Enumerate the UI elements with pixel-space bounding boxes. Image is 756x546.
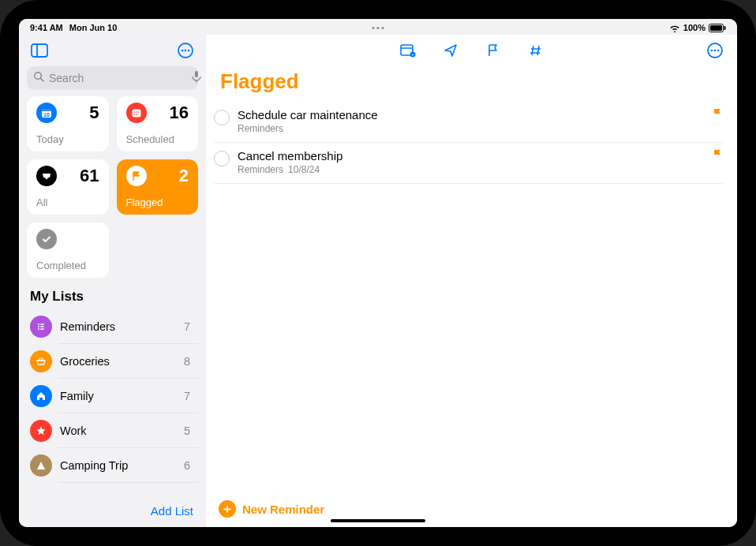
smart-list-scheduled[interactable]: 16 Scheduled bbox=[117, 96, 199, 151]
reminder-row[interactable]: Schedule car maintenance Reminders bbox=[214, 102, 723, 143]
list-count: 8 bbox=[184, 355, 193, 368]
list-row-reminders[interactable]: Reminders 7 bbox=[27, 309, 198, 344]
list-count: 7 bbox=[184, 320, 193, 333]
reminder-date: 10/8/24 bbox=[288, 164, 320, 175]
search-icon bbox=[33, 71, 44, 85]
toolbar-tag-icon[interactable] bbox=[525, 39, 547, 62]
svg-line-33 bbox=[537, 46, 539, 55]
svg-point-6 bbox=[182, 50, 184, 52]
basket-icon bbox=[30, 350, 52, 372]
sidebar-more-button[interactable] bbox=[174, 39, 196, 62]
svg-point-24 bbox=[38, 326, 39, 327]
list-label: Family bbox=[60, 390, 176, 402]
list-row-groceries[interactable]: Groceries 8 bbox=[27, 344, 198, 379]
smart-completed-label: Completed bbox=[36, 260, 86, 271]
svg-point-22 bbox=[38, 323, 39, 325]
mic-icon[interactable] bbox=[192, 70, 201, 86]
search-field[interactable] bbox=[27, 66, 198, 90]
flag-icon bbox=[126, 166, 147, 186]
list-label: Work bbox=[60, 424, 176, 437]
list-count: 7 bbox=[184, 390, 193, 402]
reminder-title: Schedule car maintenance bbox=[238, 108, 723, 122]
list-row-camping[interactable]: Camping Trip 6 bbox=[27, 448, 198, 483]
smart-today-label: Today bbox=[36, 133, 64, 145]
house-icon bbox=[30, 385, 52, 407]
svg-text:10: 10 bbox=[43, 112, 50, 118]
smart-list-all[interactable]: 61 All bbox=[27, 159, 109, 215]
complete-toggle[interactable] bbox=[214, 110, 230, 125]
list-label: Reminders bbox=[60, 320, 176, 333]
svg-point-38 bbox=[714, 50, 717, 52]
svg-line-10 bbox=[41, 79, 44, 82]
reminder-title: Cancel membership bbox=[238, 149, 723, 163]
smart-list-completed[interactable]: Completed bbox=[27, 223, 109, 278]
svg-text:+: + bbox=[411, 52, 414, 57]
svg-rect-27 bbox=[40, 328, 44, 329]
reminder-listname: Reminders bbox=[238, 123, 283, 134]
svg-rect-1 bbox=[710, 25, 722, 31]
wifi-icon bbox=[669, 24, 680, 32]
inbox-icon bbox=[36, 166, 57, 186]
home-indicator[interactable] bbox=[331, 519, 425, 522]
flag-indicator-icon bbox=[712, 108, 723, 122]
add-list-button[interactable]: Add List bbox=[151, 504, 193, 518]
svg-point-20 bbox=[133, 114, 135, 115]
svg-rect-16 bbox=[132, 110, 140, 118]
smart-flagged-label: Flagged bbox=[126, 196, 163, 208]
svg-rect-11 bbox=[195, 71, 198, 77]
smart-scheduled-count: 16 bbox=[170, 103, 189, 123]
svg-point-18 bbox=[136, 111, 137, 113]
toolbar-location-icon[interactable] bbox=[440, 39, 462, 62]
toolbar-calendar-icon[interactable]: + bbox=[397, 39, 419, 62]
reminder-listname: Reminders bbox=[238, 164, 283, 175]
svg-point-7 bbox=[185, 50, 187, 52]
list-label: Camping Trip bbox=[60, 459, 176, 472]
multitask-dots-icon[interactable] bbox=[372, 27, 384, 29]
smart-list-today[interactable]: 10 5 Today bbox=[27, 96, 109, 151]
status-date: Mon Jun 10 bbox=[69, 23, 118, 32]
smart-all-label: All bbox=[36, 196, 47, 208]
svg-line-32 bbox=[532, 46, 533, 55]
svg-rect-25 bbox=[40, 326, 44, 327]
svg-point-19 bbox=[137, 111, 139, 113]
list-row-work[interactable]: Work 5 bbox=[27, 413, 198, 448]
new-reminder-label: New Reminder bbox=[242, 503, 324, 516]
my-lists-header: My Lists bbox=[19, 278, 206, 309]
calendar-today-icon: 10 bbox=[36, 103, 57, 123]
search-input[interactable] bbox=[49, 72, 187, 84]
svg-point-26 bbox=[38, 328, 39, 330]
main-panel: + bbox=[206, 35, 737, 527]
complete-toggle[interactable] bbox=[214, 151, 230, 166]
battery-percent: 100% bbox=[683, 23, 705, 32]
smart-list-flagged[interactable]: 2 Flagged bbox=[117, 159, 199, 215]
svg-point-39 bbox=[717, 50, 720, 52]
smart-all-count: 61 bbox=[80, 166, 99, 186]
list-bullet-icon bbox=[30, 316, 52, 338]
reminder-row[interactable]: Cancel membership Reminders 10/8/24 bbox=[214, 143, 723, 184]
list-label: Groceries bbox=[60, 355, 176, 368]
svg-point-21 bbox=[136, 114, 137, 115]
list-count: 5 bbox=[184, 424, 193, 437]
smart-today-count: 5 bbox=[89, 103, 99, 123]
new-reminder-button[interactable]: ＋ New Reminder bbox=[219, 500, 324, 518]
smart-scheduled-label: Scheduled bbox=[126, 133, 174, 145]
check-icon bbox=[36, 229, 57, 249]
svg-point-8 bbox=[188, 50, 190, 52]
svg-rect-23 bbox=[40, 323, 44, 324]
status-bar: 9:41 AM Mon Jun 10 100% bbox=[19, 19, 737, 35]
smart-flagged-count: 2 bbox=[179, 166, 189, 186]
plus-circle-icon: ＋ bbox=[219, 500, 236, 518]
page-title: Flagged bbox=[206, 66, 737, 102]
main-more-button[interactable] bbox=[704, 39, 726, 62]
toggle-sidebar-button[interactable] bbox=[28, 39, 51, 62]
flag-indicator-icon bbox=[712, 149, 723, 163]
toolbar-flag-icon[interactable] bbox=[482, 39, 504, 62]
svg-point-17 bbox=[133, 111, 135, 113]
svg-rect-3 bbox=[32, 44, 47, 57]
calendar-icon bbox=[126, 103, 147, 123]
svg-point-37 bbox=[711, 50, 713, 52]
svg-rect-2 bbox=[724, 26, 726, 30]
list-count: 6 bbox=[184, 459, 193, 472]
star-icon bbox=[30, 420, 52, 442]
list-row-family[interactable]: Family 7 bbox=[27, 379, 198, 413]
